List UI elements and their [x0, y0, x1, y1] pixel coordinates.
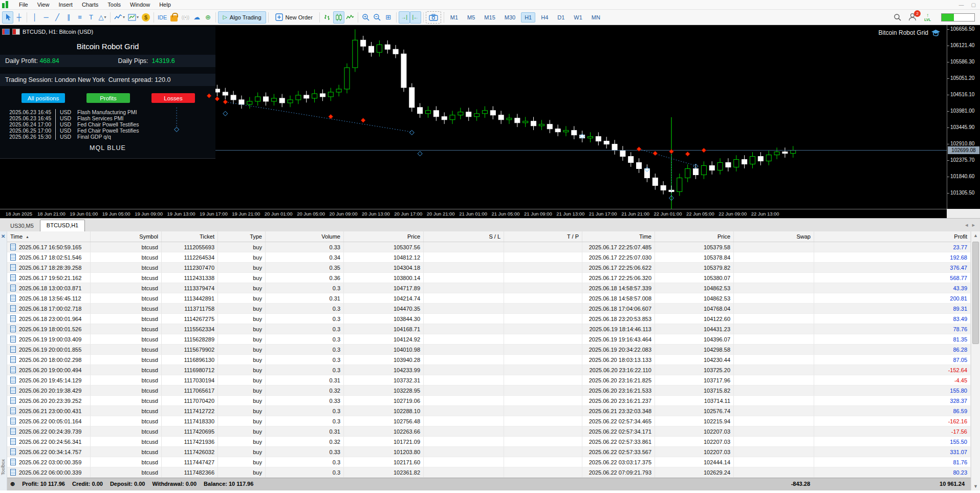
graduation-cap-icon[interactable] [931, 30, 940, 36]
payments-icon[interactable]: $ [140, 11, 151, 24]
menu-file[interactable]: File [14, 1, 33, 9]
ea-button-profits[interactable]: Profits [86, 93, 130, 103]
table-row[interactable]: 2025.06.20 19:00:00.494btcusd1116980712b… [7, 365, 971, 375]
menu-charts[interactable]: Charts [77, 1, 103, 9]
text-tool-icon[interactable]: T [85, 11, 97, 24]
auto-scroll-icon[interactable]: |← [410, 11, 421, 24]
candlestick-mode-icon[interactable] [333, 11, 344, 24]
tabs-prev-icon[interactable]: ◂ [965, 222, 968, 228]
chart-area[interactable]: 106656.50106121.40105586.30105051.201045… [0, 25, 980, 218]
zoom-in-icon[interactable] [360, 11, 372, 24]
ea-button-all-positions[interactable]: All positions [21, 93, 65, 103]
col-header-symbol-1[interactable]: Symbol [91, 231, 162, 242]
table-row[interactable]: 2025.06.18 23:00:01.964btcusd1114267275b… [7, 314, 971, 324]
table-row[interactable]: 2025.06.18 17:00:02.718btcusd1113711758b… [7, 304, 971, 314]
toolbox-close-icon[interactable]: ✕ [1, 233, 5, 239]
timeframe-M1[interactable]: M1 [447, 12, 462, 23]
signals-icon[interactable]: ((•)) [180, 11, 191, 24]
timeframe-H4[interactable]: H4 [537, 12, 552, 23]
table-row[interactable]: 2025.06.20 20:19:38.429btcusd1117065617b… [7, 385, 971, 396]
table-row[interactable]: 2025.06.21 23:00:00.431btcusd1117412722b… [7, 406, 971, 416]
col-header-profit-11[interactable]: Profit [814, 231, 971, 242]
scroll-down-icon[interactable]: ▼ [971, 482, 980, 490]
menu-help[interactable]: Help [155, 1, 176, 9]
table-row[interactable]: 2025.06.19 20:00:01.855btcusd1115679902b… [7, 345, 971, 355]
channel-icon[interactable]: ∥ [63, 11, 74, 24]
col-header-volume-4[interactable]: Volume [266, 231, 344, 242]
shapes-icon[interactable]: △▾ [97, 11, 108, 24]
search-icon[interactable] [894, 13, 902, 22]
cloud-icon[interactable]: ☁ [191, 11, 202, 24]
toolbox-vertical-label[interactable]: Toolbox [1, 459, 6, 475]
line-chart-mode-icon[interactable] [344, 11, 356, 24]
zoom-out-icon[interactable] [372, 11, 383, 24]
table-scrollbar[interactable]: ▲ ▼ [971, 231, 980, 490]
table-row[interactable]: 2025.06.22 03:00:00.359btcusd1117447427b… [7, 457, 971, 467]
ea-button-losses[interactable]: Losses [151, 93, 195, 103]
bar-chart-mode-icon[interactable] [322, 11, 333, 24]
table-row[interactable]: 2025.06.17 18:28:39.258btcusd1112307470b… [7, 263, 971, 273]
timeframe-D1[interactable]: D1 [554, 12, 568, 23]
new-order-button[interactable]: New Order [271, 11, 317, 24]
tab-us30-m5[interactable]: US30,M5 [4, 221, 40, 231]
table-header[interactable]: Time▲SymbolTicketTypeVolumePriceS / LT /… [7, 231, 971, 242]
depth-of-market-icon[interactable] [2, 29, 10, 35]
menu-tools[interactable]: Tools [103, 1, 125, 9]
chart-shift-icon[interactable]: →| [399, 11, 410, 24]
horizontal-line-icon[interactable]: ─ [40, 11, 52, 24]
fibonacci-icon[interactable]: ≡ [74, 11, 85, 24]
indicators-icon[interactable]: ▾ [113, 11, 126, 24]
timeframe-W1[interactable]: W1 [570, 12, 586, 23]
col-header-price-5[interactable]: Price [344, 231, 424, 242]
market-icon[interactable] [168, 11, 180, 24]
col-header-type-3[interactable]: Type [218, 231, 266, 242]
table-row[interactable]: 2025.06.20 18:00:02.298btcusd1116896130b… [7, 355, 971, 365]
level-indicator[interactable]: ↑ LVL [924, 13, 931, 22]
price-axis[interactable]: 106656.50106121.40105586.30105051.201045… [947, 25, 980, 209]
timeframe-MN[interactable]: MN [588, 12, 604, 23]
algo-trading-button[interactable]: ▷ Algo Trading [218, 11, 266, 24]
col-header-tp-7[interactable]: T / P [504, 231, 582, 242]
table-row[interactable]: 2025.06.22 00:05:01.164btcusd1117418330b… [7, 416, 971, 426]
table-row[interactable]: 2025.06.22 00:34:14.757btcusd1117426032b… [7, 447, 971, 457]
trendline-icon[interactable]: ╱ [52, 11, 63, 24]
table-row[interactable]: 2025.06.22 06:00:00.339btcusd1117482366b… [7, 467, 971, 478]
table-row[interactable]: 2025.06.22 00:24:39.739btcusd1117420695b… [7, 426, 971, 437]
col-header-time-8[interactable]: Time [582, 231, 655, 242]
scroll-up-icon[interactable]: ▲ [971, 231, 980, 240]
maximize-icon[interactable]: ▢ [971, 2, 976, 8]
plus-circle-icon[interactable]: ⊕ [10, 481, 15, 487]
menu-window[interactable]: Window [125, 1, 155, 9]
screenshot-button[interactable] [426, 11, 441, 24]
tile-windows-icon[interactable]: ⊞ [383, 11, 394, 24]
table-row[interactable]: 2025.06.20 20:23:39.252btcusd1117070420b… [7, 396, 971, 406]
menu-view[interactable]: View [33, 1, 54, 9]
timeframe-M30[interactable]: M30 [501, 12, 519, 23]
table-row[interactable]: 2025.06.17 19:50:21.162btcusd1112431338b… [7, 273, 971, 283]
menu-insert[interactable]: Insert [54, 1, 77, 9]
table-row[interactable]: 2025.06.18 13:56:45.112btcusd1113442891b… [7, 293, 971, 304]
tab-btcusd-h1[interactable]: BTCUSD,H1 [40, 220, 85, 231]
col-header-time-0[interactable]: Time▲ [7, 231, 91, 242]
table-row[interactable]: 2025.06.20 19:45:14.129btcusd1117030194b… [7, 375, 971, 385]
table-row[interactable]: 2025.06.17 16:50:59.165btcusd1112055693b… [7, 242, 971, 252]
timeframe-M5[interactable]: M5 [464, 12, 478, 23]
col-header-price-9[interactable]: Price [655, 231, 734, 242]
vertical-line-icon[interactable]: │ [29, 11, 40, 24]
community-icon[interactable]: ⊕ [202, 11, 213, 24]
time-axis[interactable]: 18 Jun 202518 Jun 21:0019 Jun 01:0019 Ju… [0, 209, 947, 218]
one-click-trading-icon[interactable] [12, 29, 20, 35]
chart-template-icon[interactable]: ▾ [126, 11, 140, 24]
notifications-button[interactable]: 2 [908, 12, 918, 23]
table-row[interactable]: 2025.06.22 00:24:56.341btcusd1117421936b… [7, 437, 971, 447]
crosshair-tool-icon[interactable]: ┼ [13, 11, 25, 24]
minimize-icon[interactable]: — [959, 2, 964, 8]
tabs-next-icon[interactable]: ▸ [972, 222, 975, 228]
col-header-swap-10[interactable]: Swap [734, 231, 814, 242]
table-row[interactable]: 2025.06.19 19:00:03.409btcusd1115628289b… [7, 334, 971, 345]
table-row[interactable]: 2025.06.19 18:00:01.526btcusd1115562334b… [7, 324, 971, 334]
timeframe-H1[interactable]: H1 [521, 12, 535, 23]
table-row[interactable]: 2025.06.18 13:00:03.871btcusd1113379474b… [7, 283, 971, 293]
scroll-thumb[interactable] [972, 242, 979, 344]
cursor-tool-icon[interactable] [2, 11, 13, 24]
